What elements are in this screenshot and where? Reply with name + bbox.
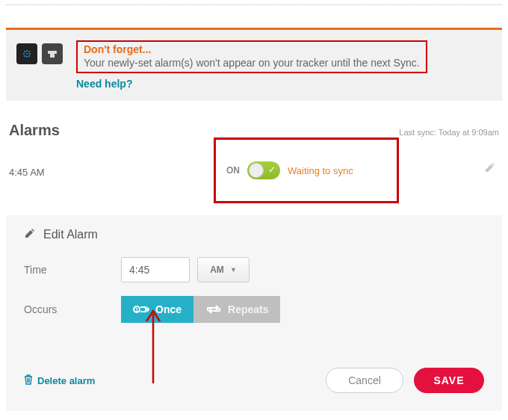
- ampm-select[interactable]: AM ▼: [197, 257, 250, 282]
- alarms-heading: Alarms: [9, 122, 60, 139]
- annotation-arrow: [142, 305, 164, 387]
- check-icon: ✓: [268, 164, 276, 175]
- sync-reminder-banner: Don't forget... Your newly-set alarm(s) …: [6, 28, 502, 101]
- alarm-status-callout: ON ✓ Waiting to sync: [214, 138, 399, 203]
- repeat-icon: [205, 304, 222, 315]
- tracker-icon: [16, 43, 37, 64]
- cancel-button[interactable]: Cancel: [326, 368, 403, 393]
- alarm-row: 4:45 AM ON ✓ Waiting to sync: [6, 151, 502, 193]
- save-button[interactable]: SAVE: [414, 368, 484, 393]
- repeats-label: Repeats: [228, 303, 268, 315]
- delete-alarm-link[interactable]: Delete alarm: [24, 374, 95, 387]
- alarm-time: 4:45 AM: [9, 167, 84, 178]
- need-help-link[interactable]: Need help?: [76, 78, 132, 90]
- alarm-on-label: ON: [226, 165, 240, 176]
- svg-rect-10: [50, 54, 55, 58]
- pencil-icon: [24, 227, 36, 242]
- device-icons: [16, 43, 63, 64]
- alarms-section: Alarms Last sync: Today at 9:09am 4:45 A…: [6, 122, 502, 193]
- svg-point-6: [26, 56, 28, 58]
- sync-reminder-callout: Don't forget... Your newly-set alarm(s) …: [76, 40, 427, 73]
- edit-alarm-title: Edit Alarm: [43, 228, 98, 241]
- chevron-down-icon: ▼: [230, 266, 237, 274]
- time-label: Time: [24, 264, 121, 276]
- last-sync-label: Last sync: Today at 9:09am: [399, 128, 499, 137]
- edit-alarm-panel: Edit Alarm Time AM ▼ Occurs 1 Once Repea…: [6, 215, 502, 411]
- svg-point-0: [26, 53, 28, 55]
- svg-point-1: [24, 51, 25, 52]
- alarm-sync-status: Waiting to sync: [288, 165, 353, 176]
- scale-icon: [42, 43, 63, 64]
- svg-point-5: [26, 50, 28, 52]
- delete-label: Delete alarm: [37, 375, 95, 386]
- time-input[interactable]: [121, 257, 190, 282]
- occurs-repeats-button[interactable]: Repeats: [193, 296, 280, 323]
- svg-text:1: 1: [135, 306, 139, 313]
- svg-rect-9: [48, 51, 57, 54]
- svg-point-3: [24, 55, 25, 57]
- svg-point-4: [28, 55, 30, 57]
- banner-text: Your newly-set alarm(s) won't appear on …: [84, 57, 420, 69]
- banner-title: Don't forget...: [84, 43, 420, 55]
- occurs-label: Occurs: [24, 303, 121, 315]
- divider-top: [6, 4, 502, 5]
- edit-alarm-icon[interactable]: [484, 161, 496, 176]
- alarm-toggle[interactable]: ✓: [247, 161, 280, 179]
- svg-point-2: [28, 51, 30, 52]
- svg-point-7: [23, 53, 25, 55]
- ampm-value: AM: [210, 265, 224, 275]
- svg-point-8: [29, 53, 31, 55]
- trash-icon: [24, 374, 33, 387]
